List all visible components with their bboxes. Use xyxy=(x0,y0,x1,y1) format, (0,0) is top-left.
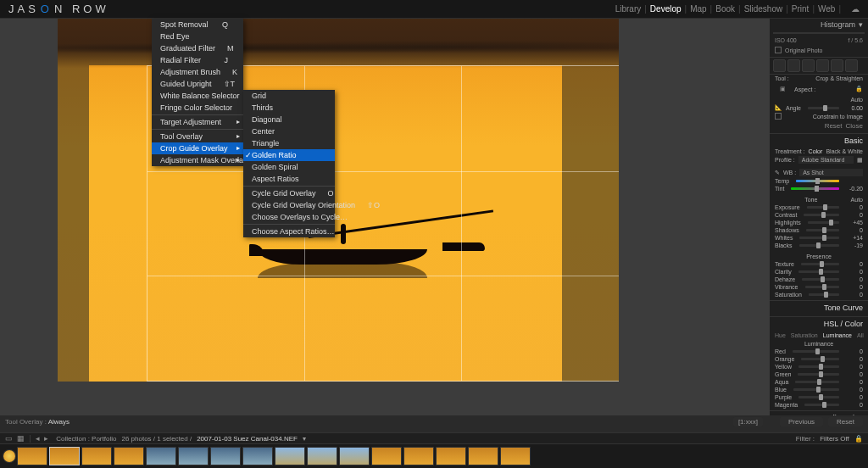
exposure-value[interactable]: 0 xyxy=(846,204,863,210)
saturation-slider[interactable] xyxy=(809,293,839,296)
thumb[interactable] xyxy=(371,447,402,465)
menu-grad-filter[interactable]: Graduated FilterM xyxy=(152,42,243,54)
brush-tool-icon[interactable] xyxy=(845,59,858,72)
thumb[interactable] xyxy=(114,447,144,465)
cloud-sync-icon[interactable]: ☁ xyxy=(851,4,860,14)
fit-indicator[interactable]: [1:xxx] xyxy=(733,417,763,426)
thumb[interactable] xyxy=(146,447,176,465)
submenu-cycle-orient[interactable]: Cycle Grid Overlay Orientation⇧O xyxy=(243,199,335,211)
menu-adj-mask-overlay[interactable]: Adjustment Mask Overlay▸ xyxy=(152,154,243,166)
identity-plate-icon[interactable] xyxy=(3,450,15,462)
highlights-slider[interactable] xyxy=(808,221,839,224)
wb-select[interactable]: As Shot xyxy=(799,169,863,176)
nav-map[interactable]: Map xyxy=(690,4,706,14)
histogram-label[interactable]: Histogram xyxy=(821,20,855,29)
thumb[interactable] xyxy=(307,447,337,465)
shadows-value[interactable]: 0 xyxy=(846,227,863,233)
clarity-slider[interactable] xyxy=(798,270,839,273)
hsl-magenta-slider[interactable] xyxy=(804,404,839,406)
redeye-tool-icon[interactable] xyxy=(802,59,815,72)
submenu-golden-spiral[interactable]: Golden Spiral xyxy=(243,161,335,173)
tone-auto[interactable]: Auto xyxy=(851,197,863,203)
grid-view-icon[interactable]: ▦ xyxy=(17,434,25,443)
crop-frame-icon[interactable]: ▣ xyxy=(775,83,791,95)
treatment-color[interactable]: Color xyxy=(809,148,823,154)
thumb[interactable] xyxy=(275,447,305,465)
thumb[interactable] xyxy=(178,447,209,465)
highlights-value[interactable]: +45 xyxy=(846,220,863,226)
menu-red-eye[interactable]: Red Eye xyxy=(152,31,243,42)
canvas[interactable]: Spot RemovalQ Red Eye Graduated FilterM … xyxy=(0,19,770,415)
angle-icon[interactable]: 📐 xyxy=(775,104,782,111)
thumb-selected[interactable] xyxy=(49,447,80,465)
thumb[interactable] xyxy=(17,447,47,465)
angle-value[interactable]: 0.00 xyxy=(846,105,863,111)
nav-print[interactable]: Print xyxy=(792,4,810,14)
submenu-choose-aspect[interactable]: Choose Aspect Ratios… xyxy=(243,226,335,237)
hsl-yellow-slider[interactable] xyxy=(798,365,839,368)
menu-tool-overlay[interactable]: Tool Overlay▸ xyxy=(152,131,243,142)
histogram[interactable] xyxy=(773,32,865,34)
nav-library[interactable]: Library xyxy=(615,4,642,14)
submenu-choose-overlays[interactable]: Choose Overlays to Cycle… xyxy=(243,211,335,223)
auto-straighten[interactable]: Auto xyxy=(851,97,863,103)
hsl-green-slider[interactable] xyxy=(798,373,839,376)
menu-crop-guide-overlay[interactable]: Crop Guide Overlay▸ xyxy=(152,142,243,154)
submenu-cycle[interactable]: Cycle Grid OverlayO xyxy=(243,187,335,199)
temp-slider[interactable] xyxy=(796,180,839,182)
hsl-purple-slider[interactable] xyxy=(798,396,839,398)
collection-path[interactable]: Collection : Portfolio xyxy=(56,435,116,443)
filter-lock-icon[interactable]: 🔒 xyxy=(854,435,863,443)
constrain-check[interactable] xyxy=(775,113,782,120)
radial-tool-icon[interactable] xyxy=(831,59,843,72)
shadows-slider[interactable] xyxy=(806,229,839,231)
contrast-slider[interactable] xyxy=(804,214,839,216)
hsl-panel[interactable]: HSL / Color xyxy=(824,320,863,328)
tool-overlay-value[interactable]: Always xyxy=(48,418,70,426)
spot-tool-icon[interactable] xyxy=(787,59,800,72)
exposure-slider[interactable] xyxy=(807,206,839,209)
tab-all[interactable]: All xyxy=(857,332,864,338)
grad-tool-icon[interactable] xyxy=(816,59,829,72)
crop-tool-icon[interactable] xyxy=(773,59,786,72)
menu-guided-upright[interactable]: Guided Upright⇧T xyxy=(152,78,243,90)
nav-develop[interactable]: Develop xyxy=(650,4,682,14)
crop-reset[interactable]: Reset xyxy=(825,122,843,130)
hsl-aqua-slider[interactable] xyxy=(795,381,839,383)
chevron-down-icon[interactable]: ▾ xyxy=(859,20,863,29)
filters-off[interactable]: Filters Off xyxy=(820,435,849,443)
nav-slideshow[interactable]: Slideshow xyxy=(744,4,783,14)
blacks-value[interactable]: -19 xyxy=(846,242,863,248)
submenu-triangle[interactable]: Triangle xyxy=(243,137,335,149)
submenu-thirds[interactable]: Thirds xyxy=(243,102,335,114)
thumb[interactable] xyxy=(210,447,241,465)
dehaze-slider[interactable] xyxy=(802,278,839,281)
menu-fringe-color[interactable]: Fringe Color Selector xyxy=(152,102,243,114)
vibrance-slider[interactable] xyxy=(805,286,839,288)
texture-slider[interactable] xyxy=(801,263,839,265)
blacks-slider[interactable] xyxy=(799,244,839,247)
back-nav-icon[interactable]: ◂ xyxy=(36,434,40,443)
menu-target-adj[interactable]: Target Adjustment▸ xyxy=(152,116,243,128)
previous-button[interactable]: Previous xyxy=(780,417,823,426)
angle-slider[interactable] xyxy=(808,107,839,109)
tab-sat[interactable]: Saturation xyxy=(791,332,818,338)
fwd-nav-icon[interactable]: ▸ xyxy=(44,434,48,443)
wb-picker-icon[interactable]: ✎ xyxy=(775,170,780,176)
submenu-diagonal[interactable]: Diagonal xyxy=(243,114,335,125)
hsl-orange-slider[interactable] xyxy=(801,358,839,360)
thumb[interactable] xyxy=(468,447,498,465)
tone-curve-panel[interactable]: Tone Curve xyxy=(824,304,863,312)
hsl-red-slider[interactable] xyxy=(793,350,839,353)
submenu-center[interactable]: Center xyxy=(243,125,335,137)
tint-value[interactable]: -0.20 xyxy=(846,186,863,192)
thumb[interactable] xyxy=(403,447,434,465)
tab-hue[interactable]: Hue xyxy=(775,332,786,338)
contrast-value[interactable]: 0 xyxy=(846,212,863,218)
basic-panel-title[interactable]: Basic xyxy=(844,136,863,145)
nav-web[interactable]: Web xyxy=(818,4,835,14)
second-window-icon[interactable]: ▭ xyxy=(5,434,13,443)
thumb[interactable] xyxy=(81,447,112,465)
menu-wb-selector[interactable]: White Balance SelectorW xyxy=(152,90,243,102)
reset-button[interactable]: Reset xyxy=(828,417,863,426)
